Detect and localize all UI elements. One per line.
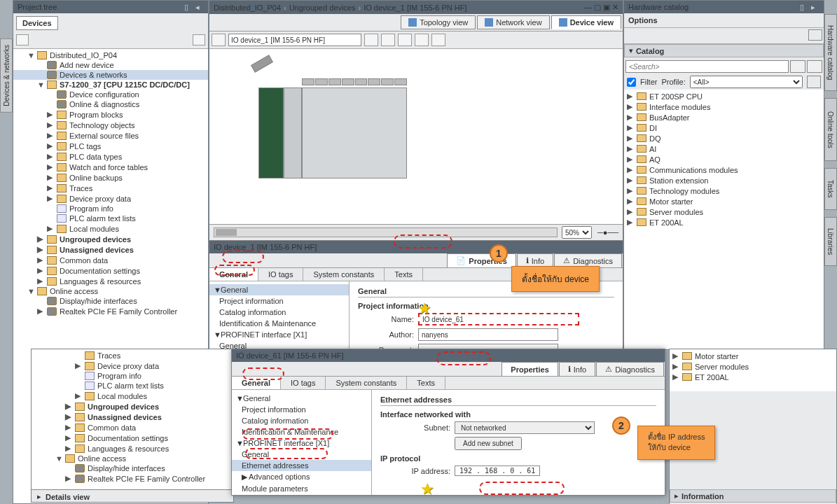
nav-item[interactable]: Catalog information bbox=[232, 415, 371, 426]
tree-item[interactable]: PLC alarm text lists bbox=[32, 381, 233, 391]
catalog-item[interactable]: ▶ET 200AL bbox=[671, 372, 835, 382]
tree-item[interactable]: Program info bbox=[13, 204, 208, 214]
collapse-icon[interactable]: ▯ bbox=[800, 3, 808, 11]
nav-item[interactable]: ▶Advanced options bbox=[232, 471, 371, 483]
minimize-icon[interactable]: — bbox=[584, 3, 592, 12]
nav-item[interactable]: Project information bbox=[209, 295, 349, 307]
catalog-item[interactable]: ▶ET 200AL bbox=[625, 217, 822, 227]
zoom-icon[interactable] bbox=[431, 34, 445, 46]
nav-item[interactable]: Ethernet addresses bbox=[232, 460, 371, 471]
author-input[interactable] bbox=[418, 328, 558, 341]
catalog-item[interactable]: ▶DI bbox=[625, 122, 822, 133]
tree-item[interactable]: ▶Local modules bbox=[13, 223, 208, 234]
properties-nav-2[interactable]: ▼GeneralProject informationCatalog infor… bbox=[232, 390, 372, 495]
breadcrumb-3[interactable]: IO device_1 [IM 155-6 PN HF] bbox=[364, 4, 466, 12]
nav-item[interactable]: Identification & Maintenance bbox=[209, 318, 349, 329]
search-down-button[interactable] bbox=[790, 60, 805, 73]
side-tab-online-tools[interactable]: Online tools bbox=[824, 98, 837, 161]
tree-item[interactable]: ▶Unassigned devices bbox=[32, 412, 233, 422]
zoom-select[interactable]: 50% bbox=[562, 226, 592, 239]
ip-address-input[interactable]: 192 . 168 . 0 . 61 bbox=[455, 465, 540, 476]
side-tab-tasks[interactable]: Tasks bbox=[824, 168, 837, 210]
catalog-header[interactable]: ▾Catalog bbox=[624, 44, 824, 57]
subtab-system-constants[interactable]: System constants bbox=[303, 268, 385, 281]
tree-item[interactable]: ▶Common data bbox=[13, 255, 208, 265]
tab-topology-view[interactable]: Topology view bbox=[401, 15, 476, 29]
nav-item[interactable]: ▼General bbox=[232, 393, 371, 404]
toolbar-btn[interactable] bbox=[398, 34, 412, 46]
tree-item[interactable]: ▶Online backups bbox=[13, 172, 208, 183]
catalog-item[interactable]: ▶AQ bbox=[625, 154, 822, 164]
tree-item[interactable]: ▶Program blocks bbox=[13, 109, 208, 120]
catalog-item[interactable]: ▶AI bbox=[625, 144, 822, 154]
catalog-item[interactable]: ▶Communications modules bbox=[625, 164, 822, 175]
pin-icon[interactable]: ◂ bbox=[195, 3, 204, 11]
tree-item[interactable]: ▶Documentation settings bbox=[13, 265, 208, 276]
pin-icon[interactable]: ▸ bbox=[811, 3, 819, 11]
tree-item[interactable]: ▶PLC tags bbox=[13, 141, 208, 151]
nav-item[interactable]: Catalog information bbox=[209, 307, 349, 318]
toolbar-btn[interactable] bbox=[193, 34, 205, 46]
side-tab-devices-networks[interactable]: Devices & networks bbox=[0, 38, 13, 113]
toolbar-btn[interactable] bbox=[212, 34, 226, 46]
catalog-item[interactable]: ▶Interface modules bbox=[625, 102, 822, 112]
side-tab-libraries[interactable]: Libraries bbox=[824, 217, 837, 266]
tab-info[interactable]: ℹInfo bbox=[517, 253, 553, 267]
window-icon[interactable]: ▢ bbox=[594, 3, 601, 12]
tree-item[interactable]: ▶Languages & resources bbox=[32, 443, 233, 454]
nav-item[interactable]: Module parameters bbox=[232, 483, 371, 494]
tab-diagnostics[interactable]: ⚠Diagnostics bbox=[554, 253, 622, 267]
tree-item[interactable]: ▶Common data bbox=[32, 422, 233, 433]
tree-item[interactable]: ▶Device proxy data bbox=[32, 360, 233, 371]
catalog-item[interactable]: ▶Station extension bbox=[625, 175, 822, 186]
toolbar-btn[interactable] bbox=[415, 34, 429, 46]
project-tree-list-2[interactable]: Traces▶Device proxy dataProgram infoPLC … bbox=[32, 349, 233, 489]
catalog-item[interactable]: ▶Server modules bbox=[671, 361, 835, 372]
tree-item[interactable]: ▶External source files bbox=[13, 130, 208, 141]
subtab-io-tags[interactable]: IO tags bbox=[281, 377, 326, 389]
tree-item[interactable]: ▶Unassigned devices bbox=[13, 244, 208, 255]
tree-item[interactable]: ▶Local modules bbox=[32, 391, 233, 401]
tree-item[interactable]: ▼Online access bbox=[13, 286, 208, 296]
maximize-icon[interactable]: ▣ bbox=[603, 3, 610, 12]
tree-item[interactable]: ▶Ungrouped devices bbox=[13, 234, 208, 244]
filter-btn[interactable] bbox=[807, 76, 821, 88]
zoom-slider[interactable]: ─●── bbox=[597, 228, 618, 237]
nav-item[interactable]: ▼PROFINET interface [X1] bbox=[209, 329, 349, 340]
filter-checkbox[interactable] bbox=[627, 78, 636, 87]
profile-select[interactable]: <All> bbox=[690, 76, 803, 88]
tree-item[interactable]: ▶Technology objects bbox=[13, 120, 208, 130]
toolbar-btn[interactable] bbox=[808, 29, 822, 41]
nav-item[interactable]: Project information bbox=[232, 404, 371, 415]
nav-item[interactable]: General bbox=[232, 449, 371, 460]
tab-properties[interactable]: Properties bbox=[501, 362, 558, 376]
tree-item[interactable]: PLC alarm text lists bbox=[13, 214, 208, 223]
device-selector[interactable] bbox=[228, 34, 361, 46]
name-input[interactable] bbox=[418, 313, 579, 326]
breadcrumb-2[interactable]: Ungrouped devices bbox=[289, 4, 356, 12]
tree-item[interactable]: ▶PLC data types bbox=[13, 151, 208, 162]
subtab-general[interactable]: General bbox=[232, 377, 281, 389]
tree-item[interactable]: ▶Ungrouped devices bbox=[32, 401, 233, 412]
tree-item[interactable]: Display/hide interfaces bbox=[32, 463, 233, 473]
information-header[interactable]: ▸Information bbox=[670, 489, 836, 503]
tab-info[interactable]: ℹInfo bbox=[559, 362, 595, 376]
tab-network-view[interactable]: Network view bbox=[477, 15, 549, 29]
tree-item[interactable]: Device configuration bbox=[13, 90, 208, 99]
tree-item[interactable]: ▼Online access bbox=[32, 454, 233, 463]
toolbar-btn[interactable] bbox=[16, 34, 29, 46]
tree-item[interactable]: ▶Traces bbox=[13, 183, 208, 193]
horizontal-scrollbar[interactable] bbox=[214, 227, 558, 237]
close-icon[interactable]: ✕ bbox=[612, 3, 618, 12]
tree-item[interactable]: Traces bbox=[32, 351, 233, 360]
tree-item[interactable]: Devices & networks bbox=[13, 70, 208, 80]
subtab-texts[interactable]: Texts bbox=[407, 377, 445, 389]
toolbar-btn[interactable] bbox=[381, 34, 395, 46]
add-subnet-button[interactable]: Add new subnet bbox=[455, 437, 522, 450]
search-up-button[interactable] bbox=[807, 60, 822, 73]
catalog-item[interactable]: ▶Motor starter bbox=[625, 196, 822, 206]
subtab-io-tags[interactable]: IO tags bbox=[258, 268, 303, 281]
tree-item[interactable]: Program info bbox=[32, 371, 233, 381]
catalog-item[interactable]: ▶BusAdapter bbox=[625, 112, 822, 122]
search-input[interactable] bbox=[625, 60, 789, 73]
